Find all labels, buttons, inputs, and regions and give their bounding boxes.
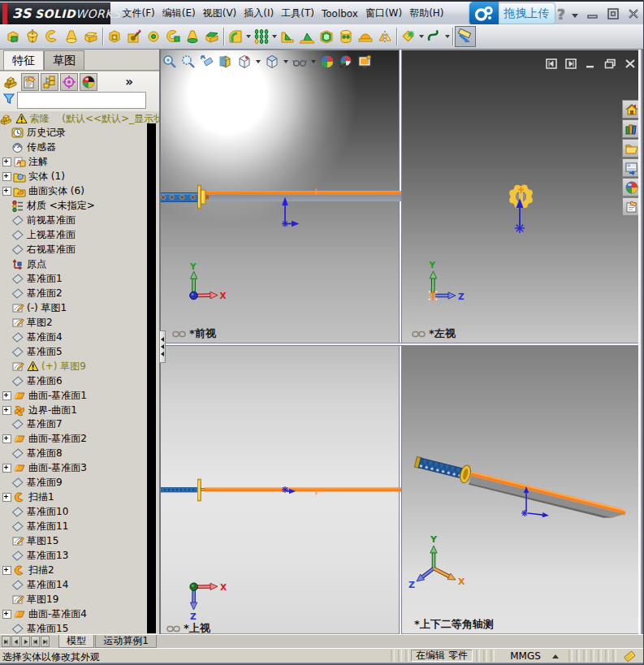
expand-icon[interactable] bbox=[2, 434, 11, 443]
expand-icon[interactable] bbox=[2, 187, 11, 196]
nav-next-button[interactable] bbox=[21, 636, 30, 647]
tree-item[interactable]: 扫描2 bbox=[0, 563, 54, 577]
extruded-cut-button[interactable] bbox=[105, 27, 124, 46]
viewport-top[interactable] bbox=[161, 346, 399, 633]
expand-icon[interactable] bbox=[2, 610, 11, 619]
tree-item[interactable]: 基准面11 bbox=[0, 520, 68, 534]
toggle-left-pane-button[interactable] bbox=[546, 58, 557, 69]
tree-item[interactable]: (+) 草图9 bbox=[0, 359, 86, 374]
dimxpertmanager-tab[interactable] bbox=[60, 73, 78, 91]
tree-item[interactable]: 草图15 bbox=[0, 534, 58, 549]
hide-show-items-button[interactable] bbox=[290, 53, 309, 71]
tree-item[interactable]: 基准面4 bbox=[0, 330, 63, 344]
displaymanager-tab[interactable] bbox=[80, 73, 97, 91]
menu-2[interactable]: 编辑(E) bbox=[158, 6, 199, 20]
menu-7[interactable]: 窗口(W) bbox=[361, 6, 405, 20]
tree-item[interactable]: 基准面14 bbox=[0, 577, 68, 592]
view-orientation-dropdown[interactable] bbox=[253, 60, 262, 63]
tab-model[interactable]: 模型 bbox=[58, 635, 94, 648]
tree-item[interactable]: 基准面1 bbox=[0, 271, 63, 286]
zoom-area-button[interactable] bbox=[179, 53, 197, 71]
tree-item[interactable]: 实体 (1) bbox=[0, 170, 65, 184]
curves-button[interactable] bbox=[425, 27, 444, 46]
pane-splitter-handle[interactable] bbox=[159, 330, 166, 363]
expand-icon[interactable] bbox=[2, 493, 11, 502]
nav-first-button[interactable] bbox=[2, 636, 11, 647]
close-button[interactable] bbox=[625, 6, 641, 21]
fillet-dropdown[interactable] bbox=[245, 27, 252, 46]
tree-item[interactable]: 基准面13 bbox=[0, 549, 68, 564]
fillet-button[interactable] bbox=[226, 27, 245, 46]
units-caret-icon[interactable] bbox=[552, 654, 559, 659]
previous-view-button[interactable] bbox=[197, 53, 216, 71]
rib-button[interactable] bbox=[278, 27, 297, 46]
tree-item[interactable]: 边界-曲面1 bbox=[0, 403, 77, 417]
shell-button[interactable] bbox=[317, 27, 336, 46]
propertymanager-tab[interactable] bbox=[21, 73, 39, 91]
tree-item[interactable]: 基准面10 bbox=[0, 505, 68, 520]
mirror-button[interactable] bbox=[375, 27, 395, 46]
tag-icon[interactable] bbox=[622, 649, 637, 663]
tree-item[interactable]: 传感器 bbox=[0, 140, 56, 155]
expand-icon[interactable] bbox=[2, 172, 11, 181]
menu-4[interactable]: 插入(I) bbox=[240, 6, 278, 20]
expand-icon[interactable] bbox=[2, 158, 11, 166]
menu-6[interactable]: Toolbox bbox=[318, 8, 361, 19]
tree-item[interactable]: 曲面-基准面2 bbox=[0, 432, 87, 447]
zoom-fit-button[interactable] bbox=[160, 53, 179, 71]
menu-3[interactable]: 视图(V) bbox=[199, 6, 240, 20]
expand-icon[interactable] bbox=[2, 406, 11, 415]
upload-cloud-icon[interactable] bbox=[469, 2, 499, 25]
filter-input[interactable] bbox=[17, 92, 146, 109]
menu-8[interactable]: 帮助(H) bbox=[406, 6, 447, 20]
tree-item[interactable]: 基准面2 bbox=[0, 286, 63, 300]
vertical-splitter[interactable] bbox=[399, 50, 402, 634]
hide-show-items-dropdown[interactable] bbox=[309, 60, 318, 63]
section-view-button[interactable] bbox=[216, 53, 235, 71]
boundary-cut-button[interactable] bbox=[202, 27, 222, 46]
apply-scene-button[interactable] bbox=[336, 53, 355, 71]
toggle-right-pane-button[interactable] bbox=[565, 58, 577, 69]
units-label[interactable]: MMGS bbox=[493, 650, 558, 662]
viewport-close-button[interactable] bbox=[625, 58, 636, 69]
draft-button[interactable] bbox=[297, 27, 317, 46]
viewport-restore-button[interactable] bbox=[604, 58, 616, 69]
tree-item[interactable]: 曲面-基准面3 bbox=[0, 461, 87, 476]
lofted-cut-button[interactable] bbox=[183, 27, 202, 46]
tree-item[interactable]: 基准面6 bbox=[0, 374, 63, 388]
expand-icon[interactable] bbox=[2, 464, 11, 473]
revolved-boss-button[interactable] bbox=[23, 27, 42, 46]
nav-prev-button[interactable] bbox=[11, 636, 20, 647]
expand-icon[interactable] bbox=[2, 566, 11, 575]
tree-item[interactable]: 曲面-基准面1 bbox=[0, 388, 87, 403]
menu-5[interactable]: 工具(T) bbox=[278, 6, 318, 20]
tree-item[interactable]: 曲面实体 (6) bbox=[0, 184, 84, 199]
curves-dropdown[interactable] bbox=[444, 27, 451, 46]
featuremanager-tab[interactable] bbox=[2, 73, 19, 91]
swept-boss-button[interactable] bbox=[42, 27, 62, 46]
tree-item[interactable]: 前视基准面 bbox=[0, 214, 76, 228]
tree-item[interactable]: 索隆 (默认<<默认>_显示状态 bbox=[0, 111, 160, 126]
display-style-dropdown[interactable] bbox=[281, 60, 290, 63]
tab-motion-study[interactable]: 运动算例1 bbox=[95, 635, 157, 648]
view-orientation-button[interactable] bbox=[235, 53, 253, 71]
menu-1[interactable]: 文件(F) bbox=[119, 6, 158, 20]
tree-item[interactable]: 基准面7 bbox=[0, 417, 63, 432]
linear-pattern-button[interactable] bbox=[252, 27, 271, 46]
tree-item[interactable]: 原点 bbox=[0, 257, 46, 272]
horizontal-splitter[interactable] bbox=[159, 343, 638, 346]
viewport-minimize-button[interactable] bbox=[585, 58, 596, 69]
wrap-button[interactable] bbox=[336, 27, 356, 46]
upload-label[interactable]: 拖拽上传 bbox=[499, 2, 555, 24]
maximize-button[interactable] bbox=[605, 6, 620, 21]
help-button[interactable]: ? bbox=[557, 6, 581, 23]
viewport-isometric[interactable] bbox=[402, 346, 638, 633]
tree-item[interactable]: 曲面-基准面4 bbox=[0, 607, 87, 621]
drag-upload-button[interactable]: 拖拽上传 bbox=[469, 2, 555, 26]
tree-item[interactable]: 材质 <未指定> bbox=[0, 199, 95, 214]
tree-item[interactable]: 右视基准面 bbox=[0, 243, 76, 257]
configurationmanager-tab[interactable] bbox=[41, 73, 58, 91]
tree-item[interactable]: 基准面8 bbox=[0, 447, 63, 461]
instant3d-button[interactable] bbox=[455, 26, 476, 47]
tree-item[interactable]: 上视基准面 bbox=[0, 228, 76, 243]
